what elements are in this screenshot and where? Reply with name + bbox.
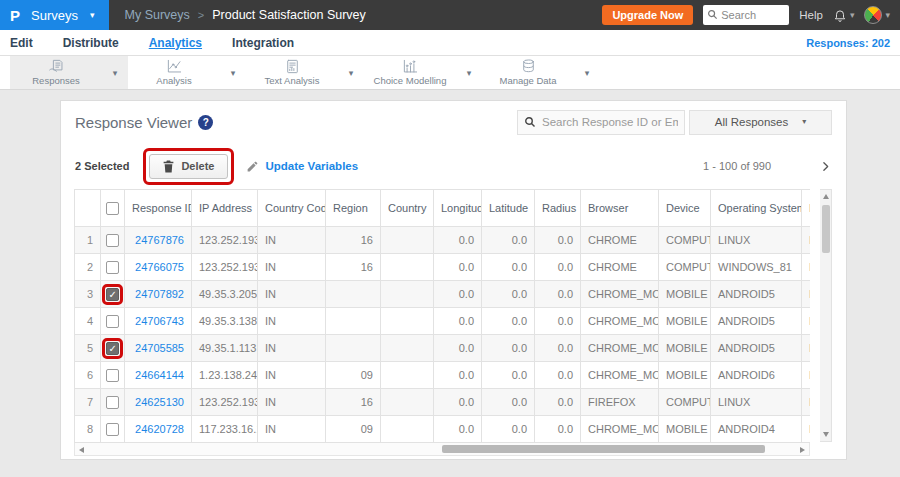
- column-header[interactable]: Browser: [581, 190, 659, 227]
- column-header[interactable]: Latitude: [482, 190, 535, 227]
- column-header[interactable]: Region: [326, 190, 381, 227]
- cell-ip-address: 123.252.193.148: [192, 254, 258, 281]
- cell-radius: 0.0: [535, 416, 581, 443]
- table-row: 224766075123.252.193.148IN160.00.00.0CHR…: [75, 254, 811, 281]
- row-checkbox-cell: [101, 416, 125, 443]
- table-row: 32470789249.35.3.205IN0.00.00.0CHROME_MO…: [75, 281, 811, 308]
- cell-operating-system: ANDROID5: [711, 308, 802, 335]
- scroll-right-arrow[interactable]: [800, 447, 805, 453]
- row-checkbox[interactable]: [106, 396, 119, 409]
- response-id-link[interactable]: 24664144: [125, 362, 192, 389]
- delete-button[interactable]: Delete: [149, 154, 228, 179]
- responses-count[interactable]: Responses: 202: [806, 37, 890, 49]
- tab-analytics[interactable]: Analytics: [149, 36, 202, 50]
- cell-browser: FIREFOX: [581, 389, 659, 416]
- row-number: 1: [75, 227, 101, 254]
- row-checkbox[interactable]: [106, 315, 119, 328]
- response-id-link[interactable]: 24620728: [125, 416, 192, 443]
- row-checkbox-cell: [101, 254, 125, 281]
- cell-radius: 0.0: [535, 362, 581, 389]
- row-checkbox[interactable]: [106, 288, 119, 301]
- response-id-link[interactable]: 24706743: [125, 308, 192, 335]
- column-header[interactable]: Country: [381, 190, 434, 227]
- tab-edit[interactable]: Edit: [10, 36, 33, 50]
- response-filter-dropdown[interactable]: All Responses ▾: [689, 110, 832, 135]
- toolbar-manage-data[interactable]: Manage Data ▾: [482, 56, 600, 89]
- scroll-left-arrow[interactable]: [79, 447, 84, 453]
- cell-country: [381, 308, 434, 335]
- cell-region: [326, 308, 381, 335]
- column-header[interactable]: Longitude: [434, 190, 482, 227]
- account-menu[interactable]: ▾: [864, 6, 890, 24]
- horizontal-scrollbar[interactable]: [74, 443, 810, 456]
- tab-distribute[interactable]: Distribute: [63, 36, 119, 50]
- checkbox-wrapper: [102, 311, 123, 332]
- column-header[interactable]: Operating System: [711, 190, 802, 227]
- horizontal-scroll-thumb[interactable]: [442, 445, 765, 453]
- cell-ip-address: 123.252.193.148: [192, 389, 258, 416]
- cell-device: COMPUTER: [659, 389, 711, 416]
- row-checkbox[interactable]: [106, 369, 119, 382]
- cell-language: English: [802, 389, 811, 416]
- help-icon[interactable]: ?: [198, 115, 213, 130]
- row-number: 2: [75, 254, 101, 281]
- cell-language: English: [802, 335, 811, 362]
- response-search-input[interactable]: [517, 110, 685, 135]
- column-header[interactable]: Radius: [535, 190, 581, 227]
- cell-country: [381, 362, 434, 389]
- toolbar-analysis[interactable]: Analysis ▾: [128, 56, 246, 89]
- response-id-link[interactable]: 24625130: [125, 389, 192, 416]
- breadcrumb-my-surveys[interactable]: My Surveys: [125, 8, 190, 22]
- chevron-down-icon[interactable]: ▾: [456, 56, 482, 89]
- chevron-down-icon[interactable]: ▾: [102, 56, 128, 89]
- toolbar-choice-modelling[interactable]: Choice Modelling ▾: [364, 56, 482, 89]
- cell-country-code: IN: [258, 281, 326, 308]
- column-header[interactable]: Device: [659, 190, 711, 227]
- pagination-range: 1 - 100 of 990: [703, 160, 771, 172]
- notifications-menu[interactable]: ▾: [833, 8, 855, 22]
- vertical-scroll-thumb[interactable]: [822, 205, 830, 253]
- help-link[interactable]: Help: [799, 9, 823, 21]
- chevron-down-icon: ▾: [885, 11, 890, 20]
- toolbar-responses[interactable]: Responses ▾: [10, 56, 128, 89]
- select-all-checkbox[interactable]: [106, 202, 119, 215]
- column-header[interactable]: IP Address: [192, 190, 258, 227]
- column-header[interactable]: Language: [802, 190, 811, 227]
- response-id-link[interactable]: 24705585: [125, 335, 192, 362]
- cell-language: English: [802, 281, 811, 308]
- next-page-button[interactable]: [819, 160, 832, 173]
- cell-latitude: 0.0: [482, 308, 535, 335]
- scroll-up-arrow[interactable]: [823, 194, 829, 199]
- chevron-down-icon[interactable]: ▾: [574, 56, 600, 89]
- table-viewport: Response IDIP AddressCountry CodeRegionC…: [74, 189, 810, 443]
- cell-ip-address: 49.35.3.138: [192, 308, 258, 335]
- cell-longitude: 0.0: [434, 362, 482, 389]
- text-analysis-icon: [284, 59, 301, 74]
- questionpro-logo: P: [10, 7, 19, 24]
- chevron-down-icon[interactable]: ▾: [338, 56, 364, 89]
- upgrade-now-button[interactable]: Upgrade Now: [602, 5, 693, 25]
- update-variables-button[interactable]: Update Variables: [246, 160, 358, 173]
- response-id-link[interactable]: 24767876: [125, 227, 192, 254]
- row-checkbox[interactable]: [106, 423, 119, 436]
- scroll-down-arrow[interactable]: [823, 432, 829, 437]
- row-checkbox[interactable]: [106, 234, 119, 247]
- search-icon: [524, 116, 536, 128]
- column-header[interactable]: Country Code: [258, 190, 326, 227]
- chevron-down-icon[interactable]: ▾: [220, 56, 246, 89]
- row-number: 8: [75, 416, 101, 443]
- cell-longitude: 0.0: [434, 389, 482, 416]
- tab-integration[interactable]: Integration: [232, 36, 294, 50]
- cell-browser: CHROME_MOBILE: [581, 308, 659, 335]
- cell-region: 16: [326, 389, 381, 416]
- response-id-link[interactable]: 24707892: [125, 281, 192, 308]
- row-checkbox[interactable]: [106, 261, 119, 274]
- cell-country: [381, 389, 434, 416]
- surveys-product-menu[interactable]: P Surveys ▾: [0, 0, 109, 30]
- vertical-scrollbar[interactable]: [820, 189, 832, 442]
- response-id-link[interactable]: 24766075: [125, 254, 192, 281]
- row-checkbox-cell: [101, 281, 125, 308]
- row-checkbox[interactable]: [106, 342, 119, 355]
- column-header[interactable]: Response ID: [125, 190, 192, 227]
- toolbar-text-analysis[interactable]: Text Analysis ▾: [246, 56, 364, 89]
